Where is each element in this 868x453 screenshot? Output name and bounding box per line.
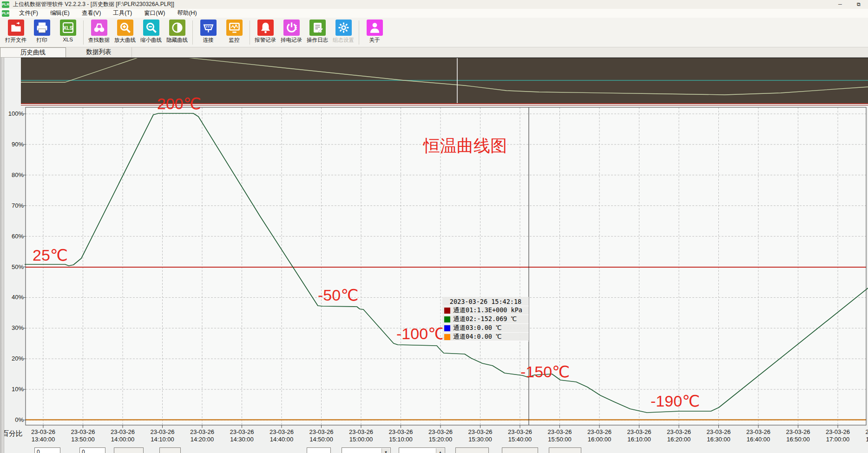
tool-operation-log[interactable]: 操作日志 — [304, 20, 330, 44]
xls-icon: XLS — [60, 20, 76, 36]
y-tick-label: 20% — [1, 355, 24, 362]
bottom-control-btn-8[interactable] — [502, 447, 538, 453]
tool-connect[interactable]: 连接 — [195, 20, 221, 44]
window-title: 上位机数据管理软件 V2.2.2.3 - [历史数据 [F:\PLR\23032… — [13, 0, 174, 8]
y-tick-label: 90% — [1, 141, 24, 148]
chart-region: 100%90%80%70%60%50%40%30%20%10%0% 23-03-… — [0, 58, 868, 453]
tab-data-list[interactable]: 数据列表 — [66, 47, 132, 57]
bottom-control-btn-2[interactable] — [114, 447, 144, 453]
x-tick-label: 23-03-2614:50:00 — [302, 428, 342, 443]
bottom-control-input-0[interactable]: 0 — [34, 447, 60, 453]
y-tick-label: 60% — [1, 233, 24, 240]
x-tick-label: 23-03-2617:00:00 — [818, 428, 858, 443]
x-tick-label: 23-03-2616:40:00 — [738, 428, 778, 443]
x-tick-label: 23-03-2614:00:00 — [103, 428, 143, 443]
tool-monitor[interactable]: 监控 — [221, 20, 247, 44]
y-tick-label: 50% — [1, 263, 24, 270]
power-loss-log-icon — [283, 20, 300, 36]
annotation-chart-title: 恒温曲线图 — [423, 135, 507, 158]
x-tick-label: 23-03-2616:00:00 — [579, 428, 619, 443]
data-tooltip: 2023-03-26 15:42:18 通道01:1.3E+000 kPa通道0… — [442, 297, 529, 341]
main-plot[interactable] — [0, 58, 868, 453]
annotation-temp-m100: -100℃ — [396, 324, 446, 343]
spinner-up-icon[interactable]: ▲ — [436, 448, 444, 453]
tab-history-curve[interactable]: 历史曲线 — [0, 47, 66, 57]
x-tick-label: 23-03-2614:30:00 — [222, 428, 262, 443]
tooltip-timestamp: 2023-03-26 15:42:18 — [442, 297, 529, 306]
y-tick-label: 0% — [1, 416, 24, 423]
bottom-control-btn-7[interactable] — [455, 447, 489, 453]
tool-hide-curve[interactable]: 隐藏曲线 — [164, 20, 190, 44]
channel-value-text: 通道03:0.00 ℃ — [453, 324, 501, 332]
y-tick-label: 40% — [1, 294, 24, 301]
config-settings-icon — [335, 20, 352, 36]
x-tick-label: 23-03-2615:00:00 — [341, 428, 381, 443]
alarm-log-icon — [257, 20, 274, 36]
tool-label-operation-log: 操作日志 — [307, 37, 328, 44]
monitor-icon — [226, 20, 243, 36]
document-icon: PLR — [2, 10, 9, 17]
toolbar: 打开文件打印XLSXLS查找数据放大曲线缩小曲线隐藏曲线连接监控报警记录掉电记录… — [0, 18, 868, 47]
tool-open-file[interactable]: 打开文件 — [3, 20, 29, 44]
bottom-control-btn-3[interactable] — [159, 447, 181, 453]
menu-item-工具[interactable]: 工具(T) — [107, 9, 138, 18]
menu-item-文件[interactable]: 文件(F) — [13, 9, 44, 18]
tool-label-zoom-in: 放大曲线 — [114, 37, 136, 44]
y-tick-label: 80% — [1, 171, 24, 178]
tool-label-monitor: 监控 — [229, 37, 240, 44]
annotation-temp-25: 25℃ — [33, 246, 68, 264]
restore-button[interactable]: ⧉ — [849, 0, 868, 9]
tooltip-channel-row: 通道04:0.00 ℃ — [442, 333, 529, 341]
tooltip-channel-row: 通道01:1.3E+000 kPa — [442, 306, 529, 315]
tool-about[interactable]: 关于 — [362, 20, 388, 44]
tool-label-open-file: 打开文件 — [5, 37, 26, 44]
tool-zoom-out[interactable]: 缩小曲线 — [138, 20, 164, 44]
tool-label-search-data: 查找数据 — [88, 37, 110, 44]
tooltip-rows: 通道01:1.3E+000 kPa通道02:-152.069 ℃通道03:0.0… — [442, 306, 529, 341]
tooltip-channel-row: 通道02:-152.069 ℃ — [442, 315, 529, 324]
hide-curve-icon — [169, 20, 185, 36]
tool-print[interactable]: 打印 — [29, 20, 55, 44]
toolbar-separator — [250, 20, 250, 45]
dropdown-arrow-icon[interactable]: ▼ — [381, 448, 390, 453]
bottom-control-spin-6[interactable]: ▲ — [399, 447, 445, 453]
open-file-icon — [8, 20, 24, 36]
svg-text:XLS: XLS — [63, 26, 72, 31]
tool-power-loss-log[interactable]: 掉电记录 — [278, 20, 304, 44]
x-tick-label: 23-03-2615:20:00 — [421, 428, 460, 443]
menu-item-窗口[interactable]: 窗口(W) — [138, 9, 171, 18]
channel-value-text: 通道04:0.00 ℃ — [453, 333, 501, 341]
tool-label-about: 关于 — [369, 37, 380, 44]
tool-alarm-log[interactable]: 报警记录 — [252, 20, 278, 44]
bottom-control-input-1[interactable]: 0 — [79, 447, 105, 453]
tool-xls[interactable]: XLSXLS — [55, 20, 81, 42]
tool-config-settings[interactable]: 组态设置 — [330, 20, 356, 44]
tooltip-channel-row: 通道03:0.00 ℃ — [442, 324, 529, 333]
minimize-button[interactable]: ─ — [831, 0, 849, 9]
toolbar-separator — [83, 20, 84, 45]
channel-color-swatch — [444, 334, 450, 340]
menu-item-查看[interactable]: 查看(V) — [76, 9, 107, 18]
x-tick-label: 23-03-2616:30:00 — [699, 428, 739, 443]
x-tick-label: 23-03-2616:10:00 — [619, 428, 659, 443]
app-icon: PLR — [2, 1, 9, 8]
menu-item-编辑[interactable]: 编辑(E) — [44, 9, 76, 18]
tool-search-data[interactable]: 查找数据 — [86, 20, 112, 44]
x-tick-label: 23-03-2615:40:00 — [500, 428, 540, 443]
annotation-temp-m190: -190℃ — [651, 392, 700, 410]
print-icon — [34, 20, 50, 36]
menu-item-帮助[interactable]: 帮助(H) — [171, 9, 203, 18]
search-data-icon — [91, 20, 107, 36]
tool-label-xls: XLS — [63, 37, 73, 42]
bottom-control-btn-9[interactable] — [549, 447, 581, 453]
app-window: PLR 上位机数据管理软件 V2.2.2.3 - [历史数据 [F:\PLR\2… — [0, 0, 868, 453]
y-tick-label: 10% — [1, 386, 24, 393]
title-bar: PLR 上位机数据管理软件 V2.2.2.3 - [历史数据 [F:\PLR\2… — [0, 0, 868, 9]
tool-zoom-in[interactable]: 放大曲线 — [112, 20, 138, 44]
bottom-control-select-5[interactable]: ▼ — [342, 447, 391, 453]
about-icon — [367, 20, 383, 36]
left-scroll-strip[interactable] — [0, 58, 4, 453]
window-controls: ─ ⧉ — [831, 0, 868, 9]
bottom-control-lbl-4[interactable] — [307, 447, 331, 453]
y-tick-label: 100% — [1, 110, 24, 117]
